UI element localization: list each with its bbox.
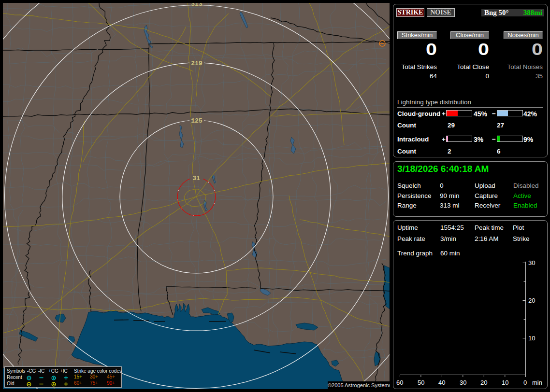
svg-text:40: 40 (438, 379, 445, 386)
svg-text:0: 0 (523, 379, 527, 386)
svg-text:219: 219 (191, 60, 203, 67)
svg-text:313: 313 (191, 3, 203, 8)
svg-text:31: 31 (192, 175, 200, 182)
svg-text:20: 20 (480, 379, 487, 386)
svg-text:10: 10 (502, 379, 508, 386)
svg-text:60: 60 (396, 379, 403, 386)
svg-text:20: 20 (528, 297, 535, 304)
svg-text:min: min (532, 379, 542, 386)
svg-text:30: 30 (528, 259, 535, 266)
svg-text:30: 30 (460, 379, 466, 386)
svg-text:125: 125 (191, 117, 203, 125)
svg-text:10: 10 (528, 335, 535, 342)
svg-text:50: 50 (418, 379, 424, 386)
